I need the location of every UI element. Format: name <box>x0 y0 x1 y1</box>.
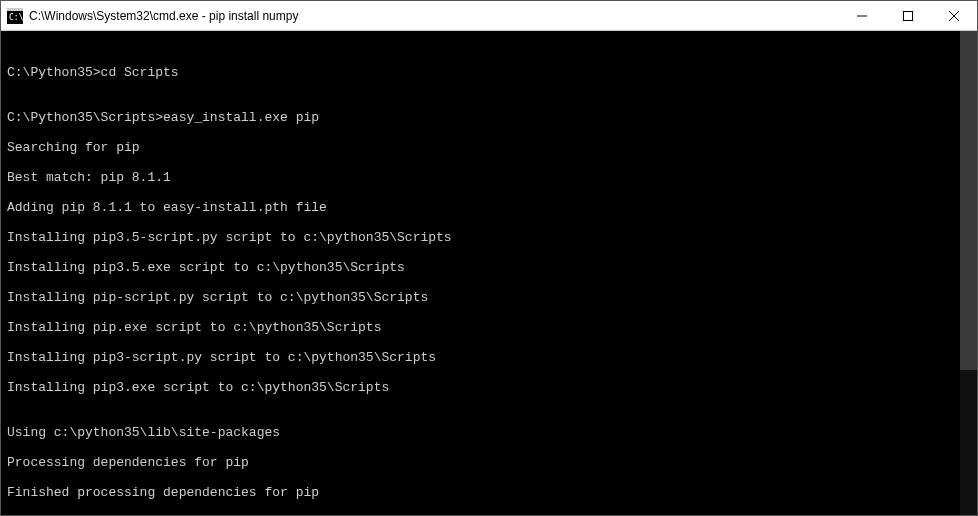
output-line: Adding pip 8.1.1 to easy-install.pth fil… <box>7 200 971 215</box>
output-line: Installing pip3-script.py script to c:\p… <box>7 350 971 365</box>
output-line: Using c:\python35\lib\site-packages <box>7 425 971 440</box>
output-line: Installing pip3.exe script to c:\python3… <box>7 380 971 395</box>
output-line: C:\Python35\Scripts>easy_install.exe pip <box>7 110 971 125</box>
output-line: Searching for pip <box>7 140 971 155</box>
title-bar[interactable]: C:\ C:\Windows\System32\cmd.exe - pip in… <box>1 1 977 31</box>
close-button[interactable] <box>931 1 977 30</box>
scrollbar-thumb[interactable] <box>960 31 977 370</box>
window-title: C:\Windows\System32\cmd.exe - pip instal… <box>29 9 839 23</box>
svg-rect-4 <box>904 11 913 20</box>
output-line: Best match: pip 8.1.1 <box>7 170 971 185</box>
svg-text:C:\: C:\ <box>9 13 23 22</box>
output-line: C:\Python35>cd Scripts <box>7 65 971 80</box>
cmd-icon: C:\ <box>7 8 23 24</box>
output-line: Installing pip.exe script to c:\python35… <box>7 320 971 335</box>
svg-rect-1 <box>7 8 23 11</box>
window-controls <box>839 1 977 30</box>
terminal-output[interactable]: C:\Python35>cd Scripts C:\Python35\Scrip… <box>1 31 977 515</box>
output-line: Processing dependencies for pip <box>7 455 971 470</box>
output-line: Installing pip3.5-script.py script to c:… <box>7 230 971 245</box>
maximize-button[interactable] <box>885 1 931 30</box>
output-line: Installing pip-script.py script to c:\py… <box>7 290 971 305</box>
minimize-button[interactable] <box>839 1 885 30</box>
output-line: Finished processing dependencies for pip <box>7 485 971 500</box>
vertical-scrollbar[interactable] <box>960 31 977 515</box>
output-line: Installing pip3.5.exe script to c:\pytho… <box>7 260 971 275</box>
